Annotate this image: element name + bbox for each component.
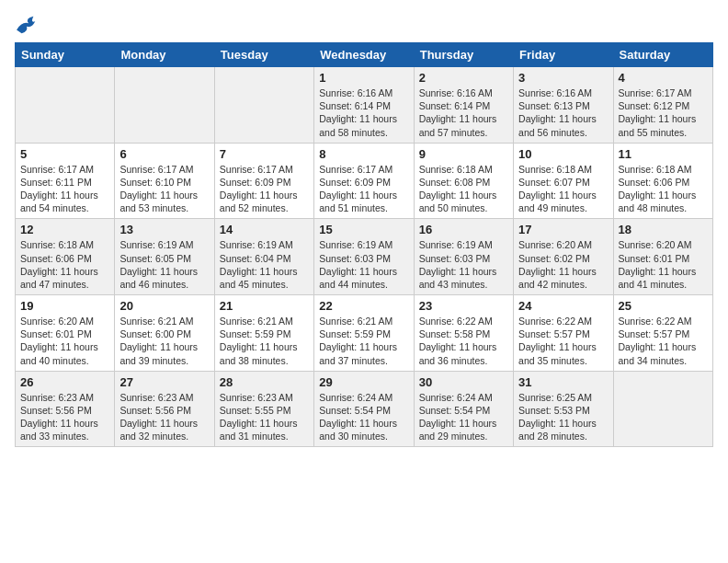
day-info: Sunrise: 6:21 AM Sunset: 5:59 PM Dayligh… — [220, 315, 309, 367]
calendar-cell: 8Sunrise: 6:17 AM Sunset: 6:09 PM Daylig… — [314, 143, 414, 219]
col-header-sunday: Sunday — [16, 43, 115, 67]
calendar-cell — [115, 67, 214, 144]
calendar-cell: 9Sunrise: 6:18 AM Sunset: 6:08 PM Daylig… — [414, 143, 513, 219]
calendar-cell: 24Sunrise: 6:22 AM Sunset: 5:57 PM Dayli… — [514, 295, 613, 372]
calendar-cell: 17Sunrise: 6:20 AM Sunset: 6:02 PM Dayli… — [514, 219, 613, 295]
calendar-cell — [613, 371, 712, 447]
day-number: 19 — [20, 299, 109, 313]
day-number: 1 — [319, 71, 408, 85]
calendar-table: SundayMondayTuesdayWednesdayThursdayFrid… — [15, 42, 713, 447]
calendar-cell — [214, 67, 313, 144]
day-number: 18 — [619, 223, 708, 236]
day-info: Sunrise: 6:19 AM Sunset: 6:03 PM Dayligh… — [319, 238, 408, 291]
day-info: Sunrise: 6:20 AM Sunset: 6:02 PM Dayligh… — [518, 238, 608, 291]
day-number: 13 — [119, 223, 209, 236]
day-info: Sunrise: 6:20 AM Sunset: 6:01 PM Dayligh… — [20, 315, 109, 367]
col-header-wednesday: Wednesday — [314, 43, 414, 67]
day-info: Sunrise: 6:18 AM Sunset: 6:07 PM Dayligh… — [518, 163, 608, 215]
day-number: 2 — [419, 71, 508, 85]
calendar-cell: 31Sunrise: 6:25 AM Sunset: 5:53 PM Dayli… — [514, 371, 613, 447]
day-number: 3 — [518, 71, 608, 85]
day-number: 23 — [419, 299, 508, 313]
calendar-cell: 2Sunrise: 6:16 AM Sunset: 6:14 PM Daylig… — [414, 67, 513, 144]
day-number: 17 — [518, 223, 608, 236]
day-number: 24 — [518, 299, 608, 313]
day-info: Sunrise: 6:19 AM Sunset: 6:04 PM Dayligh… — [220, 238, 309, 291]
day-number: 12 — [20, 223, 109, 236]
day-number: 21 — [220, 299, 309, 313]
calendar-cell: 12Sunrise: 6:18 AM Sunset: 6:06 PM Dayli… — [16, 219, 115, 295]
calendar-cell: 19Sunrise: 6:20 AM Sunset: 6:01 PM Dayli… — [16, 295, 115, 372]
day-info: Sunrise: 6:23 AM Sunset: 5:56 PM Dayligh… — [119, 391, 209, 443]
calendar-header-row: SundayMondayTuesdayWednesdayThursdayFrid… — [16, 43, 713, 67]
day-number: 8 — [319, 147, 408, 161]
day-number: 30 — [419, 375, 508, 389]
calendar-cell: 20Sunrise: 6:21 AM Sunset: 6:00 PM Dayli… — [115, 295, 214, 372]
day-number: 9 — [419, 147, 508, 161]
day-info: Sunrise: 6:24 AM Sunset: 5:54 PM Dayligh… — [319, 391, 408, 443]
calendar-cell: 5Sunrise: 6:17 AM Sunset: 6:11 PM Daylig… — [16, 143, 115, 219]
calendar-cell: 13Sunrise: 6:19 AM Sunset: 6:05 PM Dayli… — [115, 219, 214, 295]
day-number: 4 — [619, 71, 708, 85]
calendar-cell: 1Sunrise: 6:16 AM Sunset: 6:14 PM Daylig… — [314, 67, 414, 144]
calendar-cell: 26Sunrise: 6:23 AM Sunset: 5:56 PM Dayli… — [16, 371, 115, 447]
day-info: Sunrise: 6:19 AM Sunset: 6:05 PM Dayligh… — [119, 238, 209, 291]
day-info: Sunrise: 6:16 AM Sunset: 6:14 PM Dayligh… — [319, 86, 408, 139]
day-info: Sunrise: 6:23 AM Sunset: 5:56 PM Dayligh… — [20, 391, 109, 443]
day-number: 5 — [20, 147, 109, 161]
day-info: Sunrise: 6:20 AM Sunset: 6:01 PM Dayligh… — [619, 238, 708, 291]
calendar-cell — [16, 67, 115, 144]
day-number: 11 — [619, 147, 708, 161]
calendar-cell: 15Sunrise: 6:19 AM Sunset: 6:03 PM Dayli… — [314, 219, 414, 295]
calendar-cell: 7Sunrise: 6:17 AM Sunset: 6:09 PM Daylig… — [214, 143, 313, 219]
col-header-saturday: Saturday — [613, 43, 712, 67]
calendar-cell: 28Sunrise: 6:23 AM Sunset: 5:55 PM Dayli… — [214, 371, 313, 447]
day-info: Sunrise: 6:17 AM Sunset: 6:11 PM Dayligh… — [20, 163, 109, 215]
calendar-week-row: 12Sunrise: 6:18 AM Sunset: 6:06 PM Dayli… — [16, 219, 713, 295]
day-number: 31 — [518, 375, 608, 389]
day-info: Sunrise: 6:24 AM Sunset: 5:54 PM Dayligh… — [419, 391, 508, 443]
day-info: Sunrise: 6:21 AM Sunset: 6:00 PM Dayligh… — [119, 315, 209, 367]
day-info: Sunrise: 6:16 AM Sunset: 6:14 PM Dayligh… — [419, 86, 508, 139]
calendar-cell: 10Sunrise: 6:18 AM Sunset: 6:07 PM Dayli… — [514, 143, 613, 219]
day-info: Sunrise: 6:17 AM Sunset: 6:09 PM Dayligh… — [220, 163, 309, 215]
day-info: Sunrise: 6:17 AM Sunset: 6:09 PM Dayligh… — [319, 163, 408, 215]
day-number: 28 — [220, 375, 309, 389]
logo — [15, 15, 44, 35]
day-number: 15 — [319, 223, 408, 236]
day-number: 16 — [419, 223, 508, 236]
calendar-cell: 27Sunrise: 6:23 AM Sunset: 5:56 PM Dayli… — [115, 371, 214, 447]
day-info: Sunrise: 6:18 AM Sunset: 6:06 PM Dayligh… — [20, 238, 109, 291]
day-info: Sunrise: 6:23 AM Sunset: 5:55 PM Dayligh… — [220, 391, 309, 443]
day-number: 10 — [518, 147, 608, 161]
calendar-cell: 25Sunrise: 6:22 AM Sunset: 5:57 PM Dayli… — [613, 295, 712, 372]
day-info: Sunrise: 6:17 AM Sunset: 6:10 PM Dayligh… — [119, 163, 209, 215]
calendar-cell: 3Sunrise: 6:16 AM Sunset: 6:13 PM Daylig… — [514, 67, 613, 144]
day-number: 22 — [319, 299, 408, 313]
calendar-cell: 16Sunrise: 6:19 AM Sunset: 6:03 PM Dayli… — [414, 219, 513, 295]
calendar-cell: 6Sunrise: 6:17 AM Sunset: 6:10 PM Daylig… — [115, 143, 214, 219]
day-number: 25 — [619, 299, 708, 313]
day-number: 14 — [220, 223, 309, 236]
calendar-cell: 23Sunrise: 6:22 AM Sunset: 5:58 PM Dayli… — [414, 295, 513, 372]
calendar-cell: 14Sunrise: 6:19 AM Sunset: 6:04 PM Dayli… — [214, 219, 313, 295]
day-info: Sunrise: 6:21 AM Sunset: 5:59 PM Dayligh… — [319, 315, 408, 367]
day-info: Sunrise: 6:22 AM Sunset: 5:57 PM Dayligh… — [518, 315, 608, 367]
day-info: Sunrise: 6:18 AM Sunset: 6:08 PM Dayligh… — [419, 163, 508, 215]
calendar-week-row: 19Sunrise: 6:20 AM Sunset: 6:01 PM Dayli… — [16, 295, 713, 372]
logo-bird-icon — [15, 15, 40, 35]
calendar-week-row: 1Sunrise: 6:16 AM Sunset: 6:14 PM Daylig… — [16, 67, 713, 144]
day-info: Sunrise: 6:18 AM Sunset: 6:06 PM Dayligh… — [619, 163, 708, 215]
col-header-friday: Friday — [514, 43, 613, 67]
calendar-week-row: 26Sunrise: 6:23 AM Sunset: 5:56 PM Dayli… — [16, 371, 713, 447]
col-header-thursday: Thursday — [414, 43, 513, 67]
calendar-cell: 29Sunrise: 6:24 AM Sunset: 5:54 PM Dayli… — [314, 371, 414, 447]
day-info: Sunrise: 6:16 AM Sunset: 6:13 PM Dayligh… — [518, 86, 608, 139]
calendar-cell: 21Sunrise: 6:21 AM Sunset: 5:59 PM Dayli… — [214, 295, 313, 372]
calendar-cell: 18Sunrise: 6:20 AM Sunset: 6:01 PM Dayli… — [613, 219, 712, 295]
day-number: 29 — [319, 375, 408, 389]
calendar-cell: 22Sunrise: 6:21 AM Sunset: 5:59 PM Dayli… — [314, 295, 414, 372]
calendar-cell: 4Sunrise: 6:17 AM Sunset: 6:12 PM Daylig… — [613, 67, 712, 144]
calendar-cell: 30Sunrise: 6:24 AM Sunset: 5:54 PM Dayli… — [414, 371, 513, 447]
day-info: Sunrise: 6:17 AM Sunset: 6:12 PM Dayligh… — [619, 86, 708, 139]
